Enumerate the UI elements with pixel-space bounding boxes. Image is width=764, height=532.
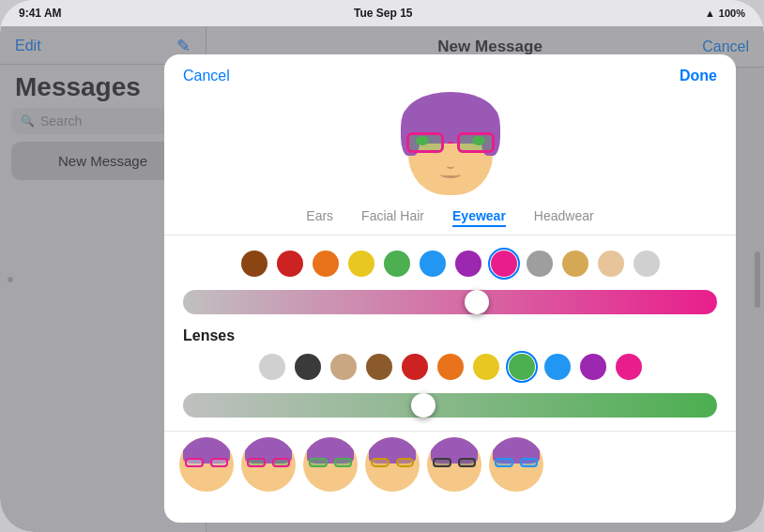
modal-done-button[interactable]: Done bbox=[680, 68, 717, 84]
color-skin[interactable] bbox=[598, 251, 624, 277]
tab-ears[interactable]: Ears bbox=[306, 208, 333, 227]
lens-color-row bbox=[179, 350, 721, 384]
lens-color-pink[interactable] bbox=[616, 354, 642, 380]
lens-color-purple[interactable] bbox=[580, 354, 606, 380]
avatar-area bbox=[164, 84, 736, 199]
ipad-frame: 9:41 AM Tue Sep 15 ▲ 100% Edit ✎ Message… bbox=[0, 0, 764, 532]
tab-headwear[interactable]: Headwear bbox=[534, 208, 594, 227]
lens-color-tan[interactable] bbox=[330, 354, 357, 380]
memoji-editor-modal: Cancel Done bbox=[164, 54, 736, 523]
lens-slider-track[interactable] bbox=[183, 393, 717, 418]
status-bar: 9:41 AM Tue Sep 15 ▲ 100% bbox=[0, 0, 764, 26]
color-light-gray[interactable] bbox=[634, 251, 660, 277]
frame-color-section bbox=[164, 247, 736, 281]
tab-eyewear[interactable]: Eyewear bbox=[452, 208, 506, 227]
emoji-preview-4[interactable] bbox=[365, 437, 420, 492]
category-tabs: Ears Facial Hair Eyewear Headwear bbox=[164, 199, 736, 236]
status-time: 9:41 AM bbox=[19, 7, 62, 20]
lenses-label: Lenses bbox=[164, 324, 736, 350]
emoji-preview-3[interactable] bbox=[303, 437, 358, 492]
wifi-icon: ▲ bbox=[705, 8, 715, 19]
emoji-preview-6[interactable] bbox=[489, 437, 543, 492]
battery-label: 100% bbox=[719, 8, 745, 19]
emoji-preview-row bbox=[164, 431, 736, 497]
modal-cancel-button[interactable]: Cancel bbox=[183, 68, 230, 84]
modal-content: Lenses bbox=[164, 236, 736, 523]
emoji-preview-5[interactable] bbox=[427, 437, 481, 492]
screen: Edit ✎ Messages 🔍 Search New Message New… bbox=[0, 26, 764, 532]
color-green[interactable] bbox=[384, 251, 410, 277]
frame-slider-container bbox=[164, 281, 736, 324]
lens-color-section bbox=[164, 350, 736, 384]
status-right: ▲ 100% bbox=[705, 8, 745, 19]
color-yellow[interactable] bbox=[348, 251, 374, 277]
lens-color-dark[interactable] bbox=[295, 354, 321, 380]
lens-color-brown[interactable] bbox=[366, 354, 392, 380]
frame-slider-thumb[interactable] bbox=[465, 290, 489, 314]
lens-color-red[interactable] bbox=[402, 354, 428, 380]
tab-facial-hair[interactable]: Facial Hair bbox=[361, 208, 424, 227]
avatar bbox=[399, 92, 502, 195]
lens-slider-thumb[interactable] bbox=[411, 393, 435, 418]
lens-color-orange[interactable] bbox=[437, 354, 464, 380]
color-brown[interactable] bbox=[241, 251, 267, 277]
color-blue[interactable] bbox=[420, 251, 446, 277]
frame-color-row bbox=[179, 247, 721, 281]
status-date: Tue Sep 15 bbox=[354, 7, 412, 20]
color-gold[interactable] bbox=[562, 251, 588, 277]
color-purple[interactable] bbox=[455, 251, 481, 277]
lens-color-yellow[interactable] bbox=[473, 354, 499, 380]
lens-color-lightgray[interactable] bbox=[259, 354, 285, 380]
color-orange[interactable] bbox=[313, 251, 339, 277]
frame-slider-track[interactable] bbox=[183, 290, 717, 314]
lens-color-green[interactable] bbox=[509, 354, 535, 380]
lens-color-blue[interactable] bbox=[544, 354, 571, 380]
emoji-preview-1[interactable] bbox=[179, 437, 234, 492]
color-gray[interactable] bbox=[527, 251, 553, 277]
emoji-preview-2[interactable] bbox=[241, 437, 296, 492]
modal-header: Cancel Done bbox=[164, 54, 736, 84]
color-pink[interactable] bbox=[491, 251, 517, 277]
lens-slider-container bbox=[164, 384, 736, 427]
color-red[interactable] bbox=[277, 251, 303, 277]
